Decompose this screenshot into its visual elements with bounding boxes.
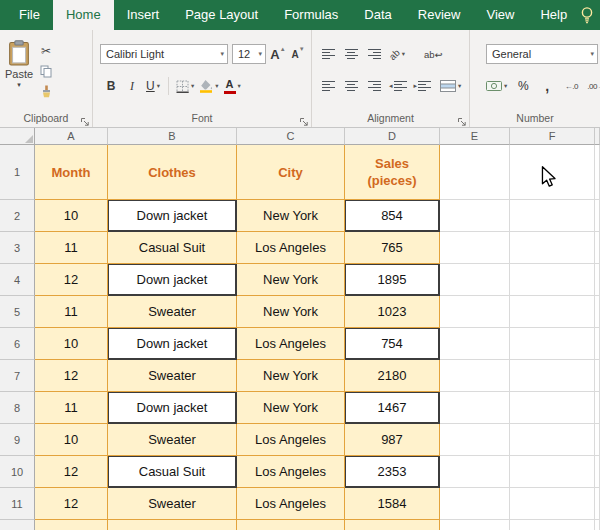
- cell-A4[interactable]: 12: [35, 264, 108, 296]
- cell-C7[interactable]: New York: [237, 360, 345, 392]
- row-header-1[interactable]: 1: [0, 145, 35, 200]
- cell-B10[interactable]: Casual Suit: [108, 456, 237, 488]
- decrease-indent-button[interactable]: ◂: [389, 76, 407, 96]
- cell-G6[interactable]: [595, 328, 600, 360]
- align-center-button[interactable]: [343, 76, 359, 96]
- column-header-C[interactable]: C: [237, 128, 345, 145]
- cell-F8[interactable]: [510, 392, 595, 424]
- cell-A3[interactable]: 11: [35, 232, 108, 264]
- merge-center-button[interactable]: ▾: [440, 76, 461, 96]
- underline-button[interactable]: U ▾: [145, 76, 161, 96]
- cell-F5[interactable]: [510, 296, 595, 328]
- alignment-dialog-launcher[interactable]: [457, 113, 467, 123]
- cell-D4[interactable]: 1895: [345, 264, 440, 296]
- cell-E9[interactable]: [440, 424, 510, 456]
- cell-A1[interactable]: Month: [35, 145, 108, 200]
- cell-A9[interactable]: 10: [35, 424, 108, 456]
- column-header-F[interactable]: F: [510, 128, 595, 145]
- tab-help[interactable]: Help: [527, 0, 580, 30]
- cell-D5[interactable]: 1023: [345, 296, 440, 328]
- cell-F9[interactable]: [510, 424, 595, 456]
- cell-C9[interactable]: Los Angeles: [237, 424, 345, 456]
- cell-G1[interactable]: [595, 145, 600, 200]
- percent-style-button[interactable]: %: [515, 76, 531, 96]
- font-size-select[interactable]: 12 ▾: [232, 44, 266, 64]
- cell-G12[interactable]: [595, 520, 600, 530]
- cell-G8[interactable]: [595, 392, 600, 424]
- row-header-5[interactable]: 5: [0, 296, 35, 328]
- row-header-9[interactable]: 9: [0, 424, 35, 456]
- cell-B2[interactable]: Down jacket: [108, 200, 237, 232]
- align-right-button[interactable]: [366, 76, 382, 96]
- cell-C4[interactable]: New York: [237, 264, 345, 296]
- column-header-E[interactable]: E: [440, 128, 510, 145]
- cell-G3[interactable]: [595, 232, 600, 264]
- clipboard-dialog-launcher[interactable]: [80, 113, 90, 123]
- tab-view[interactable]: View: [473, 0, 527, 30]
- column-header-A[interactable]: A: [35, 128, 108, 145]
- cell-B6[interactable]: Down jacket: [108, 328, 237, 360]
- cell-G9[interactable]: [595, 424, 600, 456]
- tab-review[interactable]: Review: [405, 0, 474, 30]
- increase-decimal-button[interactable]: ←.0: [563, 76, 579, 96]
- wrap-text-button[interactable]: ab↩: [424, 44, 443, 64]
- cell-C5[interactable]: New York: [237, 296, 345, 328]
- cell-D1[interactable]: Sales (pieces): [345, 145, 440, 200]
- bold-button[interactable]: B: [103, 76, 119, 96]
- cell-F6[interactable]: [510, 328, 595, 360]
- cell-G4[interactable]: [595, 264, 600, 296]
- cell-C11[interactable]: Los Angeles: [237, 488, 345, 520]
- select-all-corner[interactable]: [0, 128, 35, 145]
- comma-style-button[interactable]: ,: [539, 76, 555, 96]
- cell-E11[interactable]: [440, 488, 510, 520]
- row-header-7[interactable]: 7: [0, 360, 35, 392]
- borders-button[interactable]: ▾: [176, 76, 194, 96]
- cell-E12[interactable]: [440, 520, 510, 530]
- cell-G5[interactable]: [595, 296, 600, 328]
- cell-B8[interactable]: Down jacket: [108, 392, 237, 424]
- cell-C2[interactable]: New York: [237, 200, 345, 232]
- cell-A11[interactable]: 12: [35, 488, 108, 520]
- cell-B11[interactable]: Sweater: [108, 488, 237, 520]
- cell-F7[interactable]: [510, 360, 595, 392]
- cell-G2[interactable]: [595, 200, 600, 232]
- middle-align-button[interactable]: [343, 44, 359, 64]
- cell-D3[interactable]: 765: [345, 232, 440, 264]
- cell-C10[interactable]: Los Angeles: [237, 456, 345, 488]
- column-header-D[interactable]: D: [345, 128, 440, 145]
- cell-F11[interactable]: [510, 488, 595, 520]
- cell-B1[interactable]: Clothes: [108, 145, 237, 200]
- cell-G11[interactable]: [595, 488, 600, 520]
- cell-E5[interactable]: [440, 296, 510, 328]
- font-color-button[interactable]: A ▾: [224, 76, 241, 96]
- decrease-decimal-button[interactable]: .00→: [587, 76, 600, 96]
- cell-D10[interactable]: 2353: [345, 456, 440, 488]
- row-header-2[interactable]: 2: [0, 200, 35, 232]
- cell-E10[interactable]: [440, 456, 510, 488]
- row-header-8[interactable]: 8: [0, 392, 35, 424]
- cell-B5[interactable]: Sweater: [108, 296, 237, 328]
- cell-F12[interactable]: [510, 520, 595, 530]
- cell-E3[interactable]: [440, 232, 510, 264]
- row-header-10[interactable]: 10: [0, 456, 35, 488]
- format-painter-button[interactable]: [36, 82, 56, 100]
- cell-E7[interactable]: [440, 360, 510, 392]
- cell-A6[interactable]: 10: [35, 328, 108, 360]
- cell-E4[interactable]: [440, 264, 510, 296]
- cell-D8[interactable]: 1467: [345, 392, 440, 424]
- cell-G7[interactable]: [595, 360, 600, 392]
- cell-C3[interactable]: Los Angeles: [237, 232, 345, 264]
- cut-button[interactable]: ✂: [36, 42, 56, 60]
- row-header-11[interactable]: 11: [0, 488, 35, 520]
- tab-page-layout[interactable]: Page Layout: [172, 0, 271, 30]
- accounting-format-button[interactable]: ▾: [486, 76, 507, 96]
- decrease-font-size-button[interactable]: A▼: [290, 44, 306, 64]
- tab-formulas[interactable]: Formulas: [271, 0, 351, 30]
- column-header-partial[interactable]: [595, 128, 600, 145]
- cell-B3[interactable]: Casual Suit: [108, 232, 237, 264]
- cell-B9[interactable]: Sweater: [108, 424, 237, 456]
- cell-E2[interactable]: [440, 200, 510, 232]
- number-format-select[interactable]: General ▾: [486, 44, 598, 64]
- cell-B12[interactable]: [108, 520, 237, 530]
- font-dialog-launcher[interactable]: [299, 113, 309, 123]
